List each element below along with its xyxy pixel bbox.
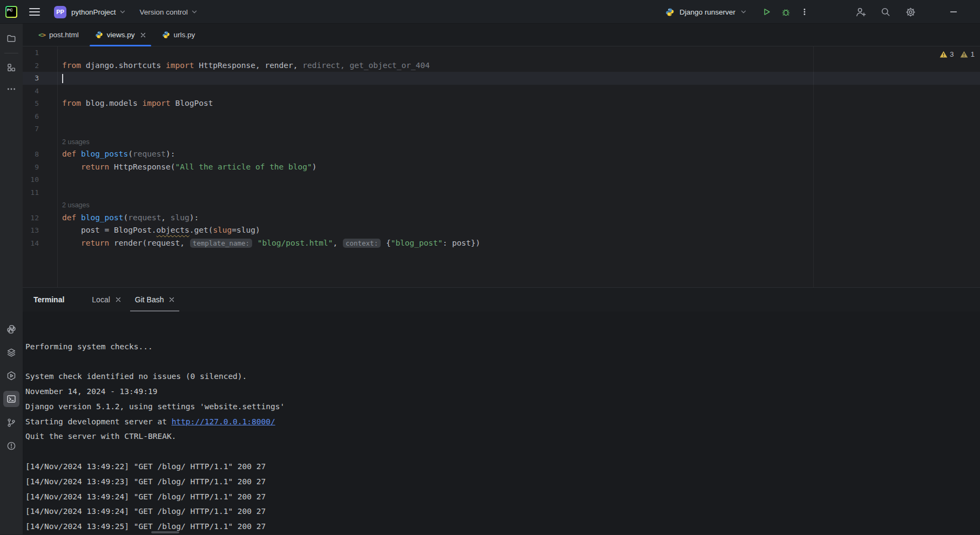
main-toolbar: PC PP pythonProject Version control Djan… [0,0,980,24]
code-editor[interactable]: 3 1 12from django.shortcuts import HttpR… [23,46,980,287]
line-number[interactable]: 2 [23,59,39,72]
parameter-hint-pill: template_name: [190,239,252,248]
line-number[interactable]: 9 [23,161,39,174]
code-line-3[interactable]: 3 [23,72,980,85]
text-caret [62,74,63,83]
code-text [39,186,62,199]
terminal-line: Performing system checks... [25,340,980,355]
terminal-tab-Git Bash[interactable]: Git Bash [128,288,182,311]
code-line-12[interactable]: 12def blog_post(request, slug): [23,212,980,225]
more-actions-icon[interactable] [797,5,812,19]
hamburger-menu-icon[interactable] [29,8,40,16]
stripe-divider [4,53,18,53]
code-text [39,72,63,85]
html-file-icon: <> [38,31,45,39]
parameter-hint-pill: context: [343,239,381,248]
editor-tab-urls.py[interactable]: urls.py [154,24,204,46]
line-number[interactable]: 3 [23,72,39,85]
line-number[interactable] [23,136,39,148]
code-text: from django.shortcuts import HttpRespons… [39,59,430,72]
code-line-7[interactable]: 7 [23,123,980,136]
project-widget[interactable]: pythonProject [71,8,126,16]
terminal-line: November 14, 2024 - 13:49:19 [25,384,980,399]
code-line-6[interactable]: 6 [23,110,980,123]
line-number[interactable]: 13 [23,224,39,237]
inspections-widget[interactable]: 3 1 [940,50,975,58]
usages-hint[interactable]: 2 usages [62,138,90,146]
code-with-me-icon[interactable] [854,5,868,19]
line-number[interactable]: 14 [23,237,39,250]
terminal-hscrollbar[interactable] [151,531,179,533]
gutter-separator [57,46,58,287]
tab-close-icon[interactable] [140,32,146,38]
window-minimize-button[interactable] [947,5,961,19]
code-line-1[interactable]: 1 [23,46,980,59]
line-number[interactable]: 12 [23,212,39,225]
vcs-widget[interactable]: Version control [140,8,198,16]
server-url-link[interactable]: http://127.0.0.1:8000/ [172,417,275,426]
chevron-down-icon[interactable] [740,9,747,15]
warning-count[interactable]: 3 [940,50,954,58]
code-text: def blog_post(request, slug): [39,212,199,225]
code-line-13[interactable]: 13 post = BlogPost.objects.get(slug=slug… [23,224,980,237]
python-packages-icon[interactable] [3,321,19,337]
search-everywhere-icon[interactable] [878,5,893,19]
terminal-line [25,354,980,369]
code-text: 2 usages [39,136,90,148]
usages-hint[interactable]: 2 usages [62,201,90,209]
inlay-hint-row[interactable]: 2 usages [23,199,980,212]
line-number[interactable]: 1 [23,46,39,59]
folder-icon[interactable] [3,30,19,46]
weak-warning-triangle-icon [960,51,968,58]
version-control-icon[interactable] [3,415,19,431]
run-configuration-selector[interactable]: Django runserver [679,8,735,16]
terminal-line: Starting development server at http://12… [25,415,980,430]
settings-gear-icon[interactable] [903,5,917,19]
terminal-panel-title[interactable]: Terminal [33,295,64,304]
structure-icon[interactable] [3,59,19,76]
code-text [39,123,62,136]
inlay-hint-row[interactable]: 2 usages [23,136,980,148]
code-line-8[interactable]: 8def blog_posts(request): [23,148,980,161]
terminal-tab-Local[interactable]: Local [85,288,127,311]
editor-tab-bar: <>post.htmlviews.pyurls.py [23,24,980,46]
code-line-10[interactable]: 10 [23,173,980,186]
weak-warning-count[interactable]: 1 [960,50,975,58]
terminal-line: Django version 5.1.2, using settings 'we… [25,399,980,415]
problems-icon[interactable] [3,438,19,454]
services-icon[interactable] [3,344,19,361]
terminal-text: Django version 5.1.2, using settings 'we… [25,402,285,411]
line-number[interactable]: 4 [23,85,39,98]
run-button[interactable] [760,5,774,19]
terminal-text: System check identified no issues (0 sil… [25,372,247,381]
code-line-14[interactable]: 14 return render(request, template_name:… [23,237,980,250]
editor-tab-post.html[interactable]: <>post.html [30,24,87,46]
line-number[interactable]: 11 [23,186,39,199]
line-number[interactable]: 10 [23,173,39,186]
line-number[interactable]: 8 [23,148,39,161]
line-number[interactable] [23,199,39,212]
tool-window-stripe [0,24,23,534]
line-number[interactable]: 6 [23,110,39,123]
code-line-9[interactable]: 9 return HttpResponse("All the article o… [23,161,980,174]
terminal-line: [14/Nov/2024 13:49:24] "GET /blog/ HTTP/… [25,504,980,519]
line-number[interactable]: 7 [23,123,39,136]
code-line-2[interactable]: 2from django.shortcuts import HttpRespon… [23,59,980,72]
terminal-text: Performing system checks... [25,342,153,351]
code-line-11[interactable]: 11 [23,186,980,199]
code-line-4[interactable]: 4 [23,85,980,98]
warning-triangle-icon [940,51,948,58]
tab-close-icon[interactable] [116,297,121,302]
terminal-icon[interactable] [3,391,19,407]
terminal-output[interactable]: Performing system checks...System check … [23,311,980,534]
code-line-5[interactable]: 5from blog.models import BlogPost [23,97,980,110]
debug-button[interactable] [779,5,793,19]
code-text: 2 usages [39,199,90,212]
pycharm-window: PC PP pythonProject Version control Djan… [0,0,980,535]
code-text: def blog_posts(request): [39,148,175,161]
line-number[interactable]: 5 [23,97,39,110]
python-console-icon[interactable] [3,368,19,384]
tab-close-icon[interactable] [169,297,174,302]
more-tools-icon[interactable] [3,81,19,97]
editor-tab-views.py[interactable]: views.py [87,24,154,46]
